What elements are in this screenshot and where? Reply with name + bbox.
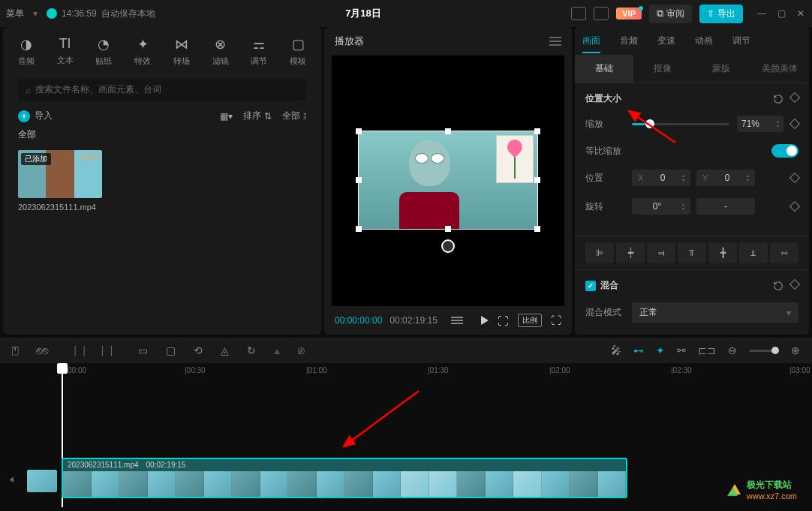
timecode-total: 00:02:19:15 <box>389 315 437 326</box>
media-search-input[interactable]: ⌕ 搜索文件名称、画面元素、台词 <box>18 79 306 101</box>
rotate-icon[interactable]: ↻ <box>247 344 256 356</box>
view-grid-icon[interactable]: ▦▾ <box>220 111 233 122</box>
select-tool-icon[interactable]: ⍞ <box>12 344 18 356</box>
handle-br[interactable] <box>534 226 540 232</box>
tab-transition[interactable]: ⋈转场 <box>163 33 200 70</box>
preview-icon[interactable]: ⊏⊐ <box>698 344 716 356</box>
review-button[interactable]: ⧉审阅 <box>649 5 692 23</box>
fullscreen-icon[interactable]: ⛶ <box>551 314 561 326</box>
tab-sticker[interactable]: ◔贴纸 <box>86 33 123 70</box>
subtab-cutout[interactable]: 抠像 <box>633 55 692 83</box>
magnet-icon[interactable]: ⊷ <box>633 344 644 356</box>
zoom-slider[interactable] <box>749 350 779 352</box>
tab-template[interactable]: ▢模板 <box>279 33 317 70</box>
mic-icon[interactable]: 🎤︎ <box>611 344 621 356</box>
speaker-icon[interactable]: 🔈︎ <box>8 474 17 485</box>
keyframe-blend-icon[interactable] <box>789 278 800 289</box>
handle-bl[interactable] <box>356 226 362 232</box>
delete-icon[interactable]: ▭ <box>138 344 148 356</box>
zoom-in-icon[interactable]: ⊕ <box>791 344 800 356</box>
blend-mode-select[interactable]: 正常▾ <box>632 302 798 323</box>
tab-adjust[interactable]: ⚎调节 <box>241 33 278 70</box>
menu-label[interactable]: 菜单 <box>6 8 24 20</box>
rotate-handle[interactable] <box>441 239 455 253</box>
proportion-button[interactable]: 比例 <box>518 314 542 327</box>
time-ruler[interactable]: 00:00 |00:30 |01:00 |01:30 |02:00 |02:30… <box>0 363 812 381</box>
align-bottom-icon[interactable]: ⫫ <box>739 242 768 263</box>
ratio-scale-toggle[interactable] <box>771 144 798 158</box>
zoom-out-icon[interactable]: ⊖ <box>728 344 737 356</box>
layout-icon-1[interactable] <box>571 7 586 20</box>
position-x-input[interactable]: X0▴▾ <box>632 170 690 186</box>
keyframe-rot-icon[interactable] <box>789 201 800 212</box>
subtab-mask[interactable]: 蒙版 <box>692 55 750 83</box>
crop-icon[interactable]: ⟁ <box>274 344 280 356</box>
keyframe-pos-icon[interactable] <box>789 173 800 183</box>
copy-icon[interactable]: ▢ <box>166 344 176 356</box>
watermark: 极光下载站 www.xz7.com <box>726 479 797 500</box>
tracks-area[interactable]: 🔈︎ 2023062315111.mp4 00:02:19:15 <box>0 381 812 498</box>
snap-icon[interactable]: ✦ <box>656 344 665 356</box>
align-left-icon[interactable]: ⊫ <box>585 242 614 263</box>
tab-adjust-prop[interactable]: 调节 <box>732 35 750 53</box>
tab-picture[interactable]: 画面 <box>582 35 600 53</box>
subtab-basic[interactable]: 基础 <box>575 55 633 83</box>
trim-right-icon[interactable]: ⎸⎸ <box>102 344 120 357</box>
media-thumbnail[interactable]: 已添加 02:20 <box>18 150 102 198</box>
tab-animation[interactable]: 动画 <box>695 35 713 53</box>
mirror-icon[interactable]: ◬ <box>221 344 229 356</box>
handle-bm[interactable] <box>445 226 451 232</box>
sort-button[interactable]: 排序 ⇅ <box>243 110 272 122</box>
align-center-v-icon[interactable]: ╋ <box>708 242 737 263</box>
align-center-h-icon[interactable]: ┿ <box>616 242 645 263</box>
reset-blend-icon[interactable] <box>773 281 783 291</box>
tab-audio[interactable]: ◑音频 <box>8 33 45 70</box>
import-button[interactable]: + 导入 <box>18 110 53 122</box>
rotation-alt-input[interactable]: - <box>696 198 755 215</box>
trim-left-icon[interactable]: ⎹⎹ <box>66 344 84 357</box>
filter-all-button[interactable]: 全部 ⫱ <box>282 110 306 122</box>
maximize-button[interactable]: ▢ <box>776 8 786 19</box>
link-icon[interactable]: ⚯ <box>677 344 686 356</box>
align-right-icon[interactable]: ⫤ <box>647 242 675 263</box>
transform-box[interactable] <box>358 131 538 230</box>
reverse-icon[interactable]: ⟲ <box>194 344 203 356</box>
voiceover-icon[interactable]: ⎚ <box>298 344 304 356</box>
keyframe-scale-icon[interactable] <box>789 119 800 129</box>
tab-filter[interactable]: ⊗滤镜 <box>202 33 239 70</box>
scale-input[interactable]: 71%▴▾ <box>737 116 783 132</box>
play-button[interactable] <box>481 316 489 325</box>
align-top-icon[interactable]: ⫪ <box>678 242 706 263</box>
tab-speed[interactable]: 变速 <box>657 35 675 53</box>
tab-text[interactable]: TI文本 <box>47 33 84 70</box>
handle-tm[interactable] <box>445 128 451 134</box>
reset-icon[interactable] <box>773 94 783 104</box>
hamburger-icon[interactable] <box>549 37 561 46</box>
handle-tl[interactable] <box>356 128 362 134</box>
media-category-all[interactable]: 全部 <box>3 128 321 146</box>
player-canvas[interactable] <box>332 56 564 306</box>
distribute-h-icon[interactable]: ⇿ <box>770 242 798 263</box>
clip-thumbnail-small[interactable] <box>27 470 57 492</box>
scale-slider[interactable] <box>632 123 729 125</box>
focus-icon[interactable]: ⛶ <box>498 314 509 327</box>
close-button[interactable]: ✕ <box>795 8 806 19</box>
blend-checkbox[interactable]: ✓ <box>585 281 596 291</box>
export-button[interactable]: ⇧导出 <box>699 5 743 23</box>
handle-ml[interactable] <box>356 177 362 183</box>
tab-effect[interactable]: ✦特效 <box>124 33 161 70</box>
vip-badge[interactable]: VIP <box>616 8 642 20</box>
split-tool-icon[interactable]: ⎋⎋ <box>36 344 48 356</box>
tab-audio-prop[interactable]: 音频 <box>620 35 638 53</box>
rotation-input[interactable]: 0°▴▾ <box>632 198 690 215</box>
keyframe-icon[interactable] <box>789 92 800 102</box>
label-blend-mode: 混合模式 <box>585 306 624 319</box>
layout-icon-2[interactable] <box>594 7 609 20</box>
handle-mr[interactable] <box>534 177 540 183</box>
video-clip[interactable]: 2023062315111.mp4 00:02:19:15 <box>62 458 627 498</box>
position-y-input[interactable]: Y0▴▾ <box>696 170 755 186</box>
media-item[interactable]: 已添加 02:20 2023062315111.mp4 <box>18 150 102 212</box>
minimize-button[interactable]: — <box>756 8 767 19</box>
handle-tr[interactable] <box>534 128 540 134</box>
subtab-beauty[interactable]: 美颜美体 <box>750 55 809 83</box>
